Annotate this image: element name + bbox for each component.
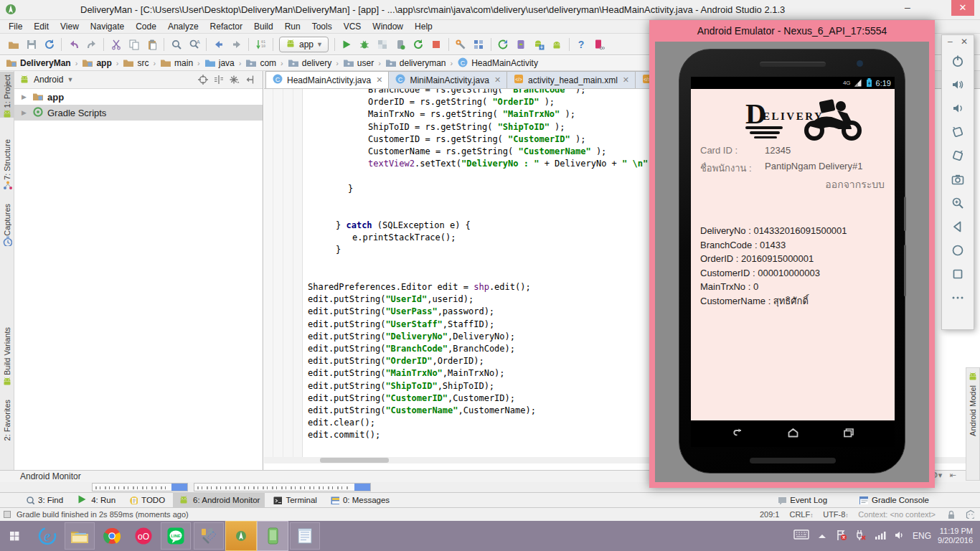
menu-item-view[interactable]: View xyxy=(55,21,85,32)
right-tool-strip-android-model[interactable]: Android Model xyxy=(966,367,980,481)
caret-position[interactable]: 209:1 xyxy=(760,510,780,519)
more-icon[interactable] xyxy=(948,288,967,307)
line-separator[interactable]: CRLF↕ xyxy=(789,510,813,519)
menu-item-edit[interactable]: Edit xyxy=(28,21,55,32)
nav-recents-icon[interactable] xyxy=(842,426,855,442)
signal-bars-icon[interactable] xyxy=(874,529,887,544)
rotate-left-icon[interactable] xyxy=(948,123,967,141)
taskbar-explorer-icon[interactable] xyxy=(65,522,95,550)
copy-icon[interactable] xyxy=(125,36,143,53)
toolwindow-button-todo[interactable]: TODO xyxy=(123,494,170,507)
menu-item-run[interactable]: Run xyxy=(279,21,306,32)
screenshot-icon[interactable] xyxy=(948,170,967,189)
toolwindow-button-gradle-console[interactable]: Gradle Console xyxy=(854,494,934,507)
coverage-icon[interactable] xyxy=(374,36,392,53)
replace-icon[interactable]: A xyxy=(185,36,203,53)
sidebar-tab-build-variants[interactable]: Build Variants xyxy=(0,324,14,392)
tab-close-icon[interactable]: ✕ xyxy=(376,75,382,85)
sync-icon[interactable] xyxy=(40,36,58,53)
breadcrumb-item-src[interactable]: src xyxy=(121,57,150,70)
logout-button[interactable]: ออกจากระบบ xyxy=(825,176,885,192)
sidebar-tab-captures[interactable]: Captures xyxy=(0,201,14,247)
hide-panel-icon[interactable]: ⇤ xyxy=(949,471,956,480)
menu-item-code[interactable]: Code xyxy=(130,21,162,32)
device-dropdown[interactable] xyxy=(92,483,188,491)
menu-item-window[interactable]: Window xyxy=(367,21,409,32)
scrollbar-thumb[interactable] xyxy=(320,458,389,463)
volume-down-icon[interactable] xyxy=(948,99,967,118)
toolwindow-button-terminal[interactable]: Terminal xyxy=(268,494,321,507)
layout-inspector-icon[interactable] xyxy=(590,36,608,53)
tree-item-gradle-scripts[interactable]: ▶Gradle Scripts xyxy=(14,105,263,121)
sort-lines-icon[interactable]: 0110 xyxy=(252,36,270,53)
taskbar-android-studio-icon[interactable] xyxy=(225,521,257,551)
file-encoding[interactable]: UTF-8↕ xyxy=(823,510,848,519)
menu-item-build[interactable]: Build xyxy=(248,21,279,32)
gradle-sync-icon[interactable] xyxy=(494,36,512,53)
overview-icon[interactable] xyxy=(948,265,967,283)
volume-up-icon[interactable] xyxy=(948,75,967,94)
dropdown-button[interactable] xyxy=(171,484,187,491)
split-view-icon[interactable] xyxy=(211,72,227,87)
emulator-minimize-icon[interactable]: – xyxy=(948,37,953,47)
redo-icon[interactable] xyxy=(83,36,100,53)
tree-expand-arrow[interactable]: ▶ xyxy=(22,93,29,100)
inspections-icon[interactable] xyxy=(965,509,974,520)
tab-close-icon[interactable]: ✕ xyxy=(623,75,629,85)
dropdown-button[interactable] xyxy=(354,484,370,491)
keyboard-icon[interactable] xyxy=(793,527,809,545)
undo-icon[interactable] xyxy=(65,36,83,53)
sidebar-tab--favorites[interactable]: 2: Favorites xyxy=(0,397,14,448)
open-folder-icon[interactable] xyxy=(4,36,22,53)
zoom-icon[interactable] xyxy=(948,194,967,212)
flag-error-icon[interactable] xyxy=(835,529,848,544)
lock-icon[interactable] xyxy=(946,509,955,520)
tray-up-icon[interactable] xyxy=(816,529,829,544)
nav-back-icon[interactable] xyxy=(731,426,745,442)
taskbar-notepad-icon[interactable] xyxy=(290,522,320,550)
taskbar-clock[interactable]: 11:19 PM9/20/2016 xyxy=(938,527,973,545)
menu-item-navigate[interactable]: Navigate xyxy=(85,21,130,32)
language-indicator[interactable]: ENG xyxy=(913,531,931,541)
taskbar-devtools-icon[interactable] xyxy=(194,522,224,550)
sidebar-tab--structure[interactable]: 7: Structure xyxy=(0,136,14,191)
project-structure-icon[interactable] xyxy=(470,36,488,53)
toolwindow-button-4-run[interactable]: 4: Run xyxy=(71,492,121,508)
plug-error-icon[interactable] xyxy=(854,529,867,544)
search-icon[interactable] xyxy=(167,36,185,53)
menu-item-analyze[interactable]: Analyze xyxy=(162,21,204,32)
collapse-all-icon[interactable] xyxy=(242,72,258,87)
back-nav-icon[interactable] xyxy=(948,217,967,236)
tab-close-icon[interactable]: ✕ xyxy=(494,75,501,85)
toolwindow-button-0-messages[interactable]: 0: Messages xyxy=(325,494,395,507)
emulator-titlebar[interactable]: Android Emulator - Nexus_6_API_17:5554 xyxy=(649,20,935,42)
menu-item-help[interactable]: Help xyxy=(409,21,438,32)
editor-tab-headmainactivity-java[interactable]: CHeadMainActivity.java✕ xyxy=(265,71,389,88)
device-monitor-icon[interactable] xyxy=(548,36,566,53)
breadcrumb-item-deliveryman[interactable]: deliveryman xyxy=(384,57,448,70)
close-button[interactable]: ✕ xyxy=(951,0,974,16)
nav-home-icon[interactable] xyxy=(786,426,800,442)
sdk-manager-icon[interactable] xyxy=(530,36,548,53)
gear-icon[interactable] xyxy=(227,72,242,87)
toolwindow-button-6-android-monitor[interactable]: 6: Android Monitor xyxy=(173,492,265,508)
save-icon[interactable] xyxy=(22,36,40,53)
cut-icon[interactable] xyxy=(107,36,125,53)
home-icon[interactable] xyxy=(948,241,967,260)
toolwindow-toggle-icon[interactable] xyxy=(4,511,11,518)
tree-expand-arrow[interactable]: ▶ xyxy=(22,109,29,116)
breadcrumb-item-deliveryman[interactable]: DeliveryMan xyxy=(4,57,72,70)
taskbar-start-icon[interactable] xyxy=(0,521,32,551)
stop-icon[interactable] xyxy=(428,36,446,53)
forward-icon[interactable] xyxy=(227,36,245,53)
rerun-icon[interactable] xyxy=(410,36,428,53)
tree-item-app[interactable]: ▶app xyxy=(14,89,263,105)
menu-item-vcs[interactable]: VCS xyxy=(338,21,367,32)
back-icon[interactable] xyxy=(209,36,227,53)
breadcrumb-item-delivery[interactable]: delivery xyxy=(286,57,333,70)
settings-icon[interactable] xyxy=(452,36,470,53)
breadcrumb-item-java[interactable]: java xyxy=(203,57,236,70)
menu-item-file[interactable]: File xyxy=(3,21,28,32)
editor-tab-activity-head-main-xml[interactable]: </>activity_head_main.xml✕ xyxy=(507,71,636,88)
taskbar-emulator-icon[interactable] xyxy=(257,521,288,551)
